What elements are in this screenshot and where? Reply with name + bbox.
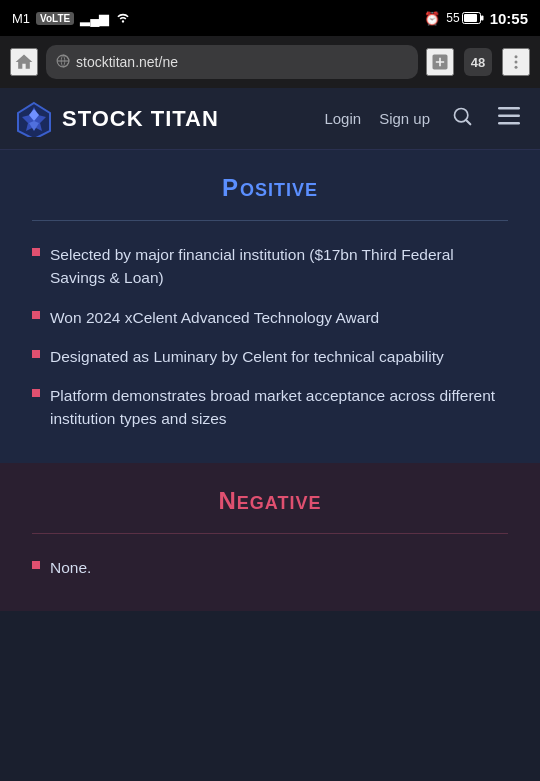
nav-links: Login Sign up: [324, 106, 524, 131]
negative-divider: [32, 533, 508, 534]
positive-item-2: Won 2024 xCelent Advanced Technology Awa…: [50, 306, 379, 329]
status-left: M1 VoLTE ▂▄▆: [12, 11, 131, 26]
search-button[interactable]: [448, 106, 476, 131]
browser-actions: 48: [426, 48, 530, 76]
signup-link[interactable]: Sign up: [379, 110, 430, 127]
url-bar[interactable]: stocktitan.net/ne: [46, 45, 418, 79]
positive-item-1: Selected by major financial institution …: [50, 243, 508, 290]
status-right: ⏰ 55 10:55: [424, 10, 528, 27]
battery-level: 55: [446, 11, 459, 25]
volte-badge: VoLTE: [36, 12, 74, 25]
new-tab-button[interactable]: [426, 48, 454, 76]
positive-section: Positive Selected by major financial ins…: [0, 150, 540, 463]
positive-bullet-list: Selected by major financial institution …: [32, 243, 508, 431]
home-button[interactable]: [10, 48, 38, 76]
nav-logo: STOCK TITAN: [16, 101, 324, 137]
negative-section: Negative None.: [0, 463, 540, 611]
bullet-icon: [32, 248, 40, 256]
svg-rect-12: [498, 115, 520, 118]
url-security-icon: [56, 54, 70, 71]
wifi-icon: [115, 11, 131, 26]
url-text: stocktitan.net/ne: [76, 54, 408, 70]
alarm-icon: ⏰: [424, 11, 440, 26]
svg-rect-2: [481, 16, 484, 21]
carrier-label: M1: [12, 11, 30, 26]
bullet-icon: [32, 350, 40, 358]
battery-icon: 55: [446, 11, 483, 25]
logo-text: STOCK TITAN: [62, 106, 219, 132]
tabs-count-label: 48: [471, 55, 485, 70]
svg-line-10: [466, 120, 471, 125]
nav-bar: STOCK TITAN Login Sign up: [0, 88, 540, 150]
negative-title: Negative: [32, 487, 508, 515]
positive-title: Positive: [32, 174, 508, 202]
hamburger-menu-button[interactable]: [494, 107, 524, 130]
browser-bar: stocktitan.net/ne 48: [0, 36, 540, 88]
svg-point-7: [515, 66, 518, 69]
list-item: Designated as Luminary by Celent for tec…: [32, 345, 508, 368]
list-item: Won 2024 xCelent Advanced Technology Awa…: [32, 306, 508, 329]
bullet-icon: [32, 389, 40, 397]
signal-icon: ▂▄▆: [80, 11, 109, 26]
svg-rect-13: [498, 122, 520, 125]
tabs-count-button[interactable]: 48: [464, 48, 492, 76]
negative-bullet-list: None.: [32, 556, 508, 579]
negative-item-1: None.: [50, 556, 91, 579]
status-time: 10:55: [490, 10, 528, 27]
svg-rect-1: [464, 14, 477, 22]
bullet-icon: [32, 311, 40, 319]
positive-divider: [32, 220, 508, 221]
list-item: Platform demonstrates broad market accep…: [32, 384, 508, 431]
list-item: Selected by major financial institution …: [32, 243, 508, 290]
svg-rect-11: [498, 107, 520, 110]
status-bar: M1 VoLTE ▂▄▆ ⏰ 55 10:55: [0, 0, 540, 36]
bullet-icon: [32, 561, 40, 569]
browser-menu-button[interactable]: [502, 48, 530, 76]
svg-point-5: [515, 55, 518, 58]
positive-item-3: Designated as Luminary by Celent for tec…: [50, 345, 444, 368]
list-item: None.: [32, 556, 508, 579]
positive-item-4: Platform demonstrates broad market accep…: [50, 384, 508, 431]
logo-icon: [16, 101, 52, 137]
main-content: Positive Selected by major financial ins…: [0, 150, 540, 611]
login-link[interactable]: Login: [324, 110, 361, 127]
svg-point-6: [515, 61, 518, 64]
